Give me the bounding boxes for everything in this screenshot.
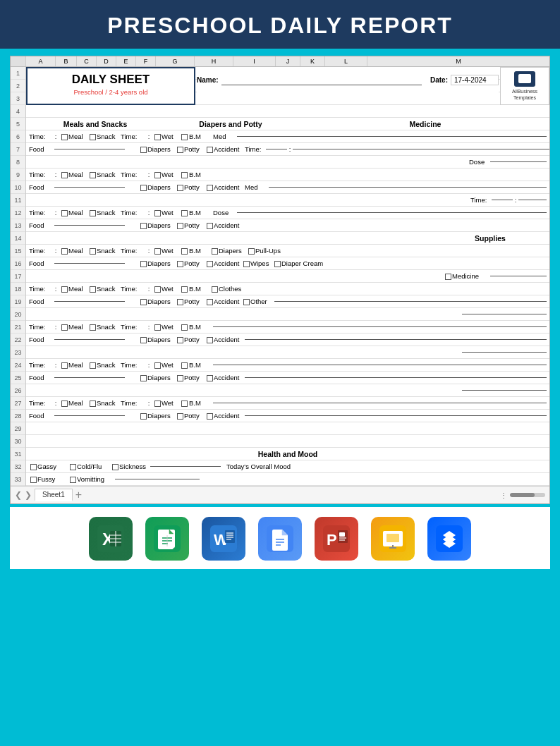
excel-icon[interactable]: X bbox=[89, 517, 133, 561]
checkbox-diapers-8[interactable] bbox=[139, 412, 147, 420]
food-field-5[interactable] bbox=[54, 301, 125, 302]
tab-right-arrow[interactable]: ❯ bbox=[25, 490, 32, 500]
checkbox-diapers-1[interactable] bbox=[139, 145, 147, 153]
sheet1-tab[interactable]: Sheet1 bbox=[35, 489, 73, 501]
checkbox-potty-7[interactable] bbox=[176, 374, 184, 381]
checkbox-meal-8[interactable] bbox=[60, 399, 68, 407]
sheets-icon[interactable] bbox=[145, 517, 189, 561]
checkbox-potty-3[interactable] bbox=[176, 221, 184, 229]
checkbox-diapers-7[interactable] bbox=[139, 374, 147, 381]
checkbox-supply-diapers[interactable] bbox=[210, 247, 219, 255]
other-field[interactable] bbox=[274, 301, 547, 302]
food-field-7[interactable] bbox=[54, 377, 125, 378]
ppt-icon[interactable]: P bbox=[315, 517, 358, 561]
checkbox-accident-4[interactable] bbox=[205, 259, 214, 267]
checkbox-coldflu[interactable] bbox=[68, 463, 77, 470]
extra-field-6[interactable] bbox=[245, 377, 547, 378]
checkbox-meal-7[interactable] bbox=[60, 361, 68, 369]
medicine-supply-field[interactable] bbox=[490, 276, 547, 276]
checkbox-potty-5[interactable] bbox=[176, 298, 184, 305]
food-field-1[interactable] bbox=[54, 149, 125, 149]
checkbox-pullups[interactable] bbox=[247, 247, 255, 255]
checkbox-snack-2[interactable] bbox=[88, 171, 97, 178]
checkbox-snack-3[interactable] bbox=[88, 209, 97, 216]
checkbox-snack-5[interactable] bbox=[88, 285, 97, 293]
checkbox-diapers-2[interactable] bbox=[139, 183, 147, 191]
food-field-8[interactable] bbox=[54, 415, 125, 416]
dots-menu[interactable]: ⋮ bbox=[500, 491, 507, 499]
checkbox-meal-1[interactable] bbox=[60, 133, 68, 140]
extra-field-2[interactable] bbox=[213, 326, 547, 327]
checkbox-wet-7[interactable] bbox=[153, 361, 162, 369]
word-icon[interactable]: W bbox=[202, 517, 245, 561]
checkbox-snack-7[interactable] bbox=[88, 361, 97, 369]
checkbox-potty-2[interactable] bbox=[176, 183, 184, 191]
checkbox-meal-2[interactable] bbox=[60, 171, 68, 178]
checkbox-diapercream[interactable] bbox=[273, 259, 281, 267]
checkbox-snack-6[interactable] bbox=[88, 323, 97, 331]
checkbox-vomitting[interactable] bbox=[68, 475, 77, 483]
add-sheet-button[interactable]: + bbox=[75, 489, 82, 501]
checkbox-accident-6[interactable] bbox=[205, 336, 214, 343]
time-med-field-1a[interactable] bbox=[266, 149, 287, 149]
dose-field-2[interactable] bbox=[237, 212, 547, 213]
extra-field-7[interactable] bbox=[462, 390, 547, 391]
checkbox-wet-8[interactable] bbox=[153, 399, 162, 407]
checkbox-bm-7[interactable] bbox=[179, 361, 189, 369]
extra-field-1[interactable] bbox=[462, 314, 547, 314]
checkbox-potty-8[interactable] bbox=[176, 412, 184, 420]
checkbox-medicine-supply[interactable] bbox=[444, 272, 452, 280]
checkbox-bm-4[interactable] bbox=[179, 247, 189, 255]
health-field[interactable] bbox=[115, 479, 200, 479]
med-field-1[interactable] bbox=[237, 136, 547, 137]
checkbox-diapers-6[interactable] bbox=[139, 336, 147, 343]
food-field-6[interactable] bbox=[54, 339, 125, 340]
time-med-field-2a[interactable] bbox=[492, 200, 513, 200]
tab-left-arrow[interactable]: ❮ bbox=[15, 490, 22, 500]
checkbox-bm-6[interactable] bbox=[179, 323, 189, 331]
checkbox-wet-2[interactable] bbox=[153, 171, 162, 178]
extra-field-3[interactable] bbox=[245, 339, 547, 340]
checkbox-potty-4[interactable] bbox=[176, 259, 184, 267]
name-input[interactable] bbox=[221, 74, 422, 85]
med-field-2[interactable] bbox=[269, 187, 547, 188]
checkbox-gassy[interactable] bbox=[29, 463, 37, 470]
checkbox-accident-2[interactable] bbox=[205, 183, 214, 191]
extra-field-4[interactable] bbox=[462, 352, 547, 353]
checkbox-bm-1[interactable] bbox=[179, 133, 189, 140]
checkbox-wet-5[interactable] bbox=[153, 285, 162, 293]
date-value[interactable]: 17-4-2024 bbox=[451, 75, 499, 85]
checkbox-potty-6[interactable] bbox=[176, 336, 184, 343]
checkbox-wet-1[interactable] bbox=[153, 133, 162, 140]
checkbox-clothes[interactable] bbox=[210, 285, 219, 293]
food-field-4[interactable] bbox=[54, 263, 125, 264]
checkbox-diapers-3[interactable] bbox=[139, 221, 147, 229]
checkbox-accident-1[interactable] bbox=[205, 145, 214, 153]
slides-icon[interactable] bbox=[371, 517, 415, 561]
time-med-field-1b[interactable] bbox=[293, 149, 549, 149]
dropbox-icon[interactable] bbox=[427, 517, 471, 561]
sickness-field[interactable] bbox=[150, 466, 221, 467]
checkbox-accident-3[interactable] bbox=[205, 221, 214, 229]
checkbox-diapers-4[interactable] bbox=[139, 259, 147, 267]
checkbox-meal-5[interactable] bbox=[60, 285, 68, 293]
extra-field-9[interactable] bbox=[245, 415, 547, 416]
checkbox-other[interactable] bbox=[242, 298, 250, 305]
checkbox-accident-7[interactable] bbox=[205, 374, 214, 381]
extra-field-5[interactable] bbox=[213, 365, 547, 365]
checkbox-snack-8[interactable] bbox=[88, 399, 97, 407]
dose-field-1[interactable] bbox=[490, 161, 547, 162]
docs-icon[interactable] bbox=[258, 517, 302, 561]
extra-field-8[interactable] bbox=[213, 403, 547, 403]
checkbox-wet-4[interactable] bbox=[153, 247, 162, 255]
checkbox-wipes[interactable] bbox=[242, 259, 250, 267]
checkbox-wet-6[interactable] bbox=[153, 323, 162, 331]
checkbox-bm-8[interactable] bbox=[179, 399, 189, 407]
checkbox-snack-1[interactable] bbox=[88, 133, 97, 140]
checkbox-meal-3[interactable] bbox=[60, 209, 68, 216]
checkbox-bm-2[interactable] bbox=[179, 171, 189, 178]
checkbox-diapers-5[interactable] bbox=[139, 298, 147, 305]
checkbox-bm-3[interactable] bbox=[179, 209, 189, 216]
checkbox-accident-8[interactable] bbox=[205, 412, 214, 420]
checkbox-bm-5[interactable] bbox=[179, 285, 189, 293]
